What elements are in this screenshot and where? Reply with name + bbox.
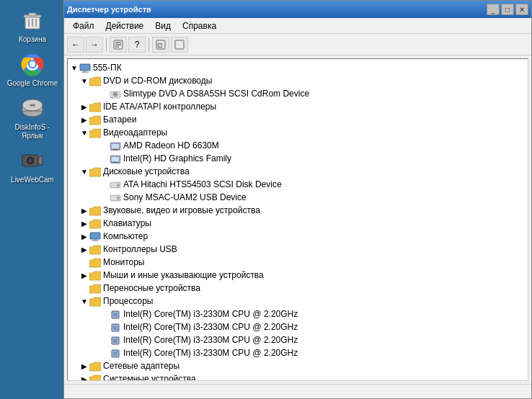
uninstall-button[interactable] xyxy=(171,37,188,53)
usb-category[interactable]: ▶ Контроллеры USB xyxy=(68,243,528,256)
svg-rect-2 xyxy=(29,13,36,16)
network-expand[interactable]: ▶ xyxy=(79,362,89,372)
help-button[interactable]: ? xyxy=(128,37,146,53)
desktop: Корзина Google Chrome xyxy=(0,0,532,399)
hitachi-item[interactable]: ATA Hitachi HTS54503 SCSI Disk Device xyxy=(68,179,528,192)
close-button[interactable]: ✕ xyxy=(515,4,528,15)
amd-radeon-item[interactable]: AMD Radeon HD 6630M xyxy=(68,140,528,153)
svg-text:⊡: ⊡ xyxy=(157,42,163,49)
dvd-label: DVD и CD-ROM дисководы xyxy=(103,74,212,88)
network-folder-icon xyxy=(89,361,101,372)
computer-folder-icon xyxy=(89,231,101,243)
recycle-bin-icon[interactable]: Корзина xyxy=(4,7,61,44)
maximize-button[interactable]: □ xyxy=(501,4,514,15)
device-tree: ▼ 555-ПК ▼ xyxy=(68,62,528,381)
svg-rect-37 xyxy=(112,157,119,161)
mouse-expand[interactable]: ▶ xyxy=(79,271,89,281)
disk-category[interactable]: ▼ Дисковые устройства xyxy=(68,166,528,179)
ide-category[interactable]: ▶ IDE ATA/ATAPI контроллеры xyxy=(68,101,528,114)
livewebcam-icon[interactable]: LiveWebCam xyxy=(4,148,61,184)
dvd-category[interactable]: ▼ DVD и CD-ROM дисководы xyxy=(68,75,528,88)
intel-display-icon xyxy=(110,153,121,165)
mouse-folder-icon xyxy=(89,270,101,282)
intel-hd-item[interactable]: Intel(R) HD Graphics Family xyxy=(68,153,528,166)
battery-category[interactable]: ▶ Батареи xyxy=(68,114,528,127)
minimize-button[interactable]: _ xyxy=(487,4,500,15)
forward-button[interactable]: → xyxy=(86,37,103,53)
svg-rect-56 xyxy=(113,351,118,356)
network-category[interactable]: ▶ Сетевые адаптеры xyxy=(68,360,528,373)
battery-expand[interactable]: ▶ xyxy=(79,115,89,125)
system-category[interactable]: ▶ Системные устройства xyxy=(68,373,528,381)
disk-folder-icon xyxy=(89,166,101,178)
ide-label: IDE ATA/ATAPI контроллеры xyxy=(103,100,216,114)
ide-expand[interactable]: ▶ xyxy=(79,102,89,112)
title-bar: Диспетчер устройств _ □ ✕ xyxy=(64,1,531,18)
keyboard-category[interactable]: ▶ Клавиатуры xyxy=(68,218,528,230)
keyboard-expand[interactable]: ▶ xyxy=(79,219,89,229)
cpu2-label: Intel(R) Core(TM) i3-2330M CPU @ 2.20GHz xyxy=(123,320,298,334)
cpu1-label: Intel(R) Core(TM) i3-2330M CPU @ 2.20GHz xyxy=(123,308,298,321)
svg-point-42 xyxy=(118,184,120,187)
root-expand-icon[interactable]: ▼ xyxy=(69,63,79,73)
properties-button[interactable] xyxy=(110,37,127,53)
audio-category[interactable]: ▶ Звуковые, видео и игровые устройства xyxy=(68,205,528,218)
svg-rect-33 xyxy=(112,144,119,148)
menu-file[interactable]: Файл xyxy=(67,19,100,32)
keyboard-label: Клавиатуры xyxy=(103,217,151,230)
menu-help[interactable]: Справка xyxy=(177,19,222,32)
window-title: Диспетчер устройств xyxy=(67,5,151,14)
keyboard-folder-icon xyxy=(89,218,101,230)
dvd-expand[interactable]: ▼ xyxy=(79,76,89,86)
audio-expand[interactable]: ▶ xyxy=(79,206,89,216)
back-button[interactable]: ← xyxy=(67,37,84,53)
slimtype-dvd-item[interactable]: Slimtype DVD A DS8A5SH SCSI CdRom Device xyxy=(68,88,528,101)
menu-view[interactable]: Вид xyxy=(149,19,177,32)
audio-folder-icon xyxy=(89,205,101,217)
cpu2-icon xyxy=(110,322,121,333)
diskinfos-icon[interactable]: DiskInfoS - Ярлык xyxy=(4,95,61,140)
cpu-category[interactable]: ▼ Процессоры xyxy=(68,295,528,308)
device-tree-panel[interactable]: ▼ 555-ПК ▼ xyxy=(67,58,528,381)
cpu-expand[interactable]: ▼ xyxy=(79,297,89,307)
computer-icon xyxy=(79,63,91,74)
monitors-category[interactable]: Мониторы xyxy=(68,256,528,269)
mouse-category[interactable]: ▶ Мыши и иные указывающие устройства xyxy=(68,269,528,282)
display-adapter-icon xyxy=(110,140,121,152)
cpu3-label: Intel(R) Core(TM) i3-2330M CPU @ 2.20GHz xyxy=(123,333,298,347)
cpu3-icon xyxy=(110,335,121,346)
cpu2-item[interactable]: Intel(R) Core(TM) i3-2330M CPU @ 2.20GHz xyxy=(68,321,528,334)
hdd-icon xyxy=(110,179,121,191)
svg-rect-25 xyxy=(80,64,90,71)
menu-action[interactable]: Действие xyxy=(100,19,150,32)
chrome-image xyxy=(19,51,45,77)
slimtype-label: Slimtype DVD A DS8A5SH SCSI CdRom Device xyxy=(123,87,309,101)
computer-expand[interactable]: ▶ xyxy=(79,232,89,242)
cpu4-item[interactable]: Intel(R) Core(TM) i3-2330M CPU @ 2.20GHz xyxy=(68,347,528,360)
svg-point-30 xyxy=(115,94,116,95)
portable-category[interactable]: Переносные устройства xyxy=(68,282,528,295)
computer-category[interactable]: ▶ Компьютер xyxy=(68,230,528,243)
svg-rect-24 xyxy=(175,40,184,49)
cpu3-item[interactable]: Intel(R) Core(TM) i3-2330M CPU @ 2.20GHz xyxy=(68,334,528,347)
disk-expand[interactable]: ▼ xyxy=(79,167,89,177)
svg-point-17 xyxy=(28,158,32,163)
system-expand[interactable]: ▶ xyxy=(79,375,89,381)
sony-msac-item[interactable]: Sony MSAC-UAM2 USB Device xyxy=(68,192,528,205)
cpu4-label: Intel(R) Core(TM) i3-2330M CPU @ 2.20GHz xyxy=(123,346,298,360)
svg-rect-44 xyxy=(111,196,117,200)
video-expand[interactable]: ▼ xyxy=(79,128,89,138)
svg-rect-31 xyxy=(111,97,113,98)
refresh-button[interactable]: ⊡ xyxy=(152,37,169,53)
device-manager-window: Диспетчер устройств _ □ ✕ Файл Действие … xyxy=(63,0,532,399)
usb-expand[interactable]: ▶ xyxy=(79,245,89,255)
chrome-icon[interactable]: Google Chrome xyxy=(4,51,61,88)
cpu1-item[interactable]: Intel(R) Core(TM) i3-2330M CPU @ 2.20GHz xyxy=(68,308,528,321)
svg-rect-38 xyxy=(113,162,118,163)
livewebcam-image xyxy=(19,148,45,174)
svg-point-45 xyxy=(118,197,120,200)
tree-root[interactable]: ▼ 555-ПК xyxy=(68,62,528,75)
video-category[interactable]: ▼ Видеоадаптеры xyxy=(68,127,528,140)
svg-marker-15 xyxy=(38,156,43,166)
svg-rect-26 xyxy=(83,71,87,72)
